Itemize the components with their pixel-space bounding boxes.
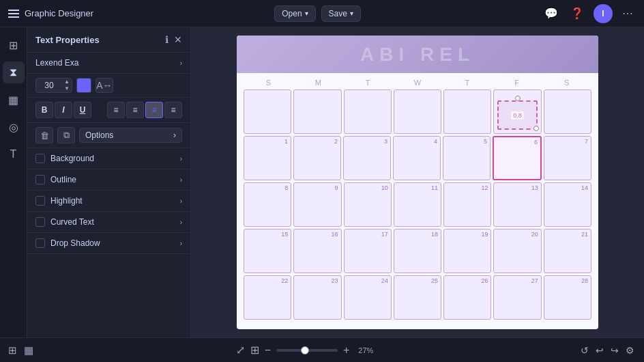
table-row[interactable]: 4: [393, 136, 441, 180]
redo-icon[interactable]: ↪: [609, 344, 620, 357]
background-checkbox[interactable]: [35, 154, 45, 163]
undo-icon[interactable]: ↩: [594, 344, 605, 357]
table-row[interactable]: 17: [344, 229, 392, 273]
text-transform-button[interactable]: A↔: [96, 78, 113, 93]
table-row[interactable]: 1: [244, 136, 291, 180]
effect-curved[interactable]: Curved Text ›: [27, 212, 190, 233]
sidebar-filter-icon[interactable]: ⧗: [3, 61, 25, 83]
drop-shadow-checkbox[interactable]: [35, 238, 45, 248]
italic-button[interactable]: I: [55, 102, 72, 118]
curved-chevron-icon: ›: [180, 219, 182, 226]
refresh-icon[interactable]: ↺: [579, 344, 590, 357]
table-row[interactable]: 19: [443, 229, 491, 273]
table-row[interactable]: 22: [244, 275, 291, 320]
outline-checkbox[interactable]: [35, 175, 45, 184]
align-justify-button[interactable]: ≡: [164, 102, 182, 118]
font-selector[interactable]: Lexend Exa ›: [27, 53, 190, 74]
open-button[interactable]: Open ▾: [274, 5, 315, 22]
topbar: Graphic Designer Open ▾ Save ▾ 💬 ❓ I ⋯: [0, 0, 644, 27]
table-row[interactable]: 16: [293, 229, 341, 273]
fontsize-input[interactable]: [36, 79, 62, 92]
table-row[interactable]: [394, 89, 441, 134]
table-row[interactable]: 2: [293, 136, 341, 180]
table-row[interactable]: 5: [443, 136, 491, 180]
table-row[interactable]: [293, 89, 341, 134]
highlight-checkbox[interactable]: [35, 196, 45, 206]
align-right-button[interactable]: ≡: [145, 102, 163, 118]
settings-icon[interactable]: ⚙: [624, 344, 636, 357]
table-row[interactable]: 8: [244, 182, 291, 227]
table-row[interactable]: 11: [394, 182, 441, 227]
zoom-thumb[interactable]: [301, 346, 309, 354]
layers-icon[interactable]: ⊞: [8, 344, 17, 357]
zoom-slider[interactable]: [276, 349, 338, 352]
canvas-area[interactable]: ABI REL S M T W T F S: [191, 27, 644, 337]
info-icon[interactable]: ℹ: [165, 34, 169, 45]
table-row[interactable]: 28: [544, 275, 591, 320]
fit-screen-icon[interactable]: ⤢: [236, 344, 245, 357]
fontsize-down-icon[interactable]: ▼: [62, 85, 72, 92]
underline-button[interactable]: U: [74, 102, 91, 118]
selection-handle-bottom[interactable]: [533, 126, 539, 131]
table-row[interactable]: 23: [293, 275, 341, 320]
table-row[interactable]: 0.8: [493, 89, 541, 134]
table-row[interactable]: [544, 89, 591, 134]
menu-icon[interactable]: [8, 10, 19, 18]
table-row[interactable]: 20: [493, 229, 541, 273]
table-row[interactable]: 21: [544, 229, 591, 273]
save-chevron-icon: ▾: [350, 10, 353, 17]
table-row[interactable]: 14: [544, 182, 591, 227]
effect-highlight[interactable]: Highlight ›: [27, 191, 190, 212]
effect-outline[interactable]: Outline ›: [27, 169, 190, 191]
curved-checkbox[interactable]: [35, 217, 45, 227]
table-row[interactable]: 6: [493, 136, 542, 180]
bottom-right: ↺ ↩ ↪ ⚙: [579, 344, 636, 357]
align-left-button[interactable]: ≡: [107, 102, 125, 118]
expand-icon[interactable]: ⋯: [619, 4, 636, 23]
table-row[interactable]: 12: [443, 182, 491, 227]
table-row[interactable]: 7: [544, 136, 591, 180]
panel-header-icons: ℹ ✕: [165, 34, 182, 45]
table-row[interactable]: 24: [344, 275, 392, 320]
comment-icon[interactable]: 💬: [542, 4, 561, 23]
drop-shadow-chevron-icon: ›: [180, 240, 182, 247]
table-row[interactable]: 9: [293, 182, 341, 227]
save-button[interactable]: Save ▾: [321, 5, 361, 22]
options-chevron-icon: ›: [173, 130, 176, 140]
sidebar-home-icon[interactable]: ⊞: [3, 34, 25, 56]
sidebar-shapes-icon[interactable]: ◎: [3, 116, 25, 138]
table-row[interactable]: [244, 89, 291, 134]
avatar[interactable]: I: [594, 4, 613, 23]
align-center-button[interactable]: ≡: [126, 102, 144, 118]
delete-button[interactable]: 🗑: [35, 127, 53, 143]
table-row[interactable]: [344, 89, 392, 134]
table-row[interactable]: 27: [493, 275, 541, 320]
effect-background[interactable]: Background ›: [27, 148, 190, 169]
color-swatch[interactable]: [76, 78, 91, 93]
effect-drop-shadow[interactable]: Drop Shadow ›: [27, 233, 190, 254]
grid-view-icon[interactable]: ▦: [24, 344, 33, 357]
table-row[interactable]: [443, 89, 491, 134]
table-row[interactable]: 13: [493, 182, 541, 227]
canvas-bg-text: ABI REL: [360, 44, 475, 66]
sidebar-text-icon[interactable]: T: [3, 143, 25, 165]
resize-icon[interactable]: ⊞: [250, 344, 259, 357]
table-row[interactable]: 25: [394, 275, 441, 320]
sidebar-grid-icon[interactable]: ▦: [3, 89, 25, 111]
fontsize-up-icon[interactable]: ▲: [62, 79, 72, 85]
zoom-out-icon[interactable]: −: [265, 344, 271, 357]
zoom-in-icon[interactable]: +: [343, 344, 349, 357]
table-row[interactable]: 10: [344, 182, 392, 227]
selection-box: 0.8: [497, 100, 537, 130]
help-icon[interactable]: ❓: [568, 4, 587, 23]
bold-button[interactable]: B: [35, 102, 53, 118]
table-row[interactable]: 26: [443, 275, 491, 320]
table-row[interactable]: 18: [394, 229, 441, 273]
options-button[interactable]: Options ›: [79, 128, 182, 143]
copy-button[interactable]: ⧉: [57, 127, 75, 143]
table-row[interactable]: 3: [343, 136, 391, 180]
close-icon[interactable]: ✕: [174, 34, 182, 45]
canvas[interactable]: ABI REL S M T W T F S: [237, 36, 598, 329]
highlight-chevron-icon: ›: [180, 197, 182, 205]
table-row[interactable]: 15: [244, 229, 291, 273]
